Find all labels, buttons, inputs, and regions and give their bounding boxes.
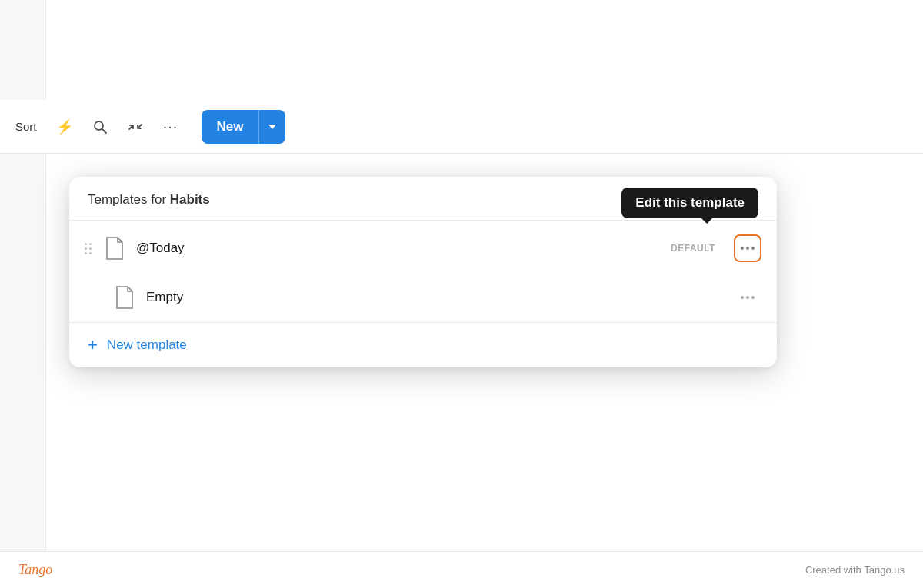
- panel-title-bold: Habits: [170, 192, 210, 207]
- svg-point-3: [746, 247, 749, 250]
- panel-divider: [69, 220, 777, 221]
- new-template-label: New template: [107, 337, 187, 353]
- svg-point-5: [741, 296, 744, 299]
- template-item-today[interactable]: @Today DEFAULT: [69, 224, 777, 273]
- arrows-icon[interactable]: [125, 116, 146, 138]
- template-item-empty[interactable]: Empty: [69, 273, 777, 322]
- svg-point-2: [741, 247, 744, 250]
- new-button-group: New: [202, 110, 286, 144]
- svg-point-4: [751, 247, 755, 250]
- sidebar-strip: [0, 0, 46, 588]
- new-template-plus-icon: +: [88, 337, 98, 354]
- svg-point-0: [95, 121, 103, 130]
- drag-handle-icon: [85, 243, 92, 254]
- svg-point-6: [746, 296, 749, 299]
- file-icon-empty: [114, 285, 135, 310]
- toolbar: Sort ⚡ ··· New: [0, 100, 923, 154]
- svg-line-1: [102, 129, 106, 133]
- new-template-row[interactable]: + New template: [69, 322, 777, 367]
- panel-header: Templates for Habits Edit this template: [69, 177, 777, 220]
- more-options-button-empty[interactable]: [734, 284, 761, 311]
- template-name-empty: Empty: [146, 290, 723, 305]
- template-name-today: @Today: [136, 241, 660, 256]
- templates-dropdown-panel: Templates for Habits Edit this template: [69, 177, 777, 367]
- tango-logo: Tango: [18, 562, 52, 578]
- panel-title-prefix: Templates for: [88, 192, 170, 207]
- search-icon[interactable]: [89, 116, 111, 138]
- chevron-down-icon: [268, 125, 276, 129]
- more-options-button-today[interactable]: [734, 234, 761, 262]
- file-icon-today: [104, 236, 125, 261]
- default-badge-today: DEFAULT: [671, 243, 715, 254]
- bolt-icon[interactable]: ⚡: [54, 116, 75, 138]
- tooltip-label: Edit this template: [635, 195, 745, 210]
- svg-point-7: [751, 296, 755, 299]
- bottom-bar: Tango Created with Tango.us: [0, 551, 923, 588]
- sort-label: Sort: [15, 120, 37, 133]
- more-icon[interactable]: ···: [160, 116, 182, 138]
- new-button-main[interactable]: New: [202, 110, 259, 144]
- bottom-credit: Created with Tango.us: [805, 564, 905, 576]
- edit-template-tooltip: Edit this template: [621, 188, 758, 218]
- new-button-dropdown[interactable]: [258, 110, 285, 144]
